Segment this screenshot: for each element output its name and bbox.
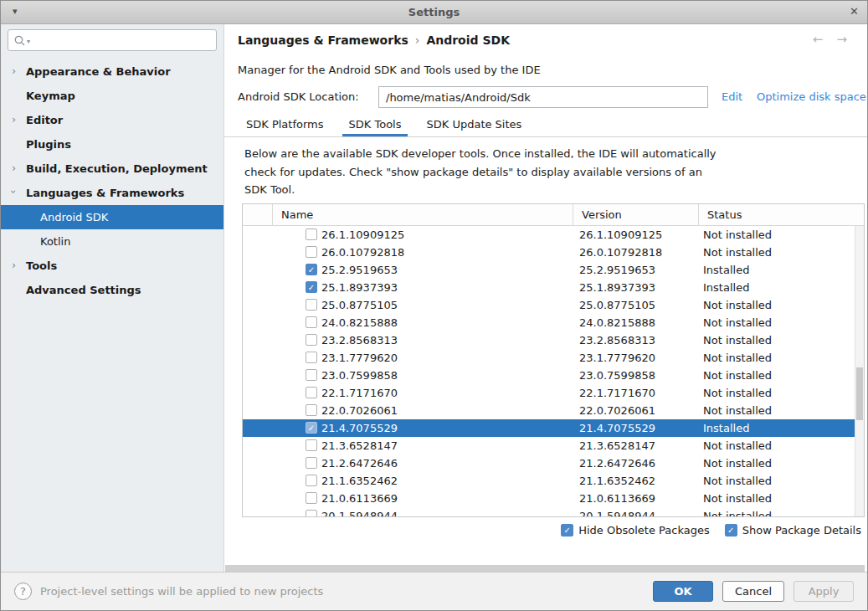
cell-status: Not installed [703,437,772,454]
packages-table: Name Version Status 26.1.1090912526.1.10… [242,203,865,517]
cell-status: Not installed [703,331,772,349]
breadcrumb-parent[interactable]: Languages & Frameworks [238,33,408,47]
table-row-22-1-7171670[interactable]: 22.1.717167022.1.7171670Not installed [243,384,855,402]
dialog-body: ▾ ›Appearance & BehaviorKeymap›EditorPlu… [1,24,867,573]
cell-status: Installed [703,419,749,437]
checkbox-checked-icon[interactable]: ✓ [725,524,737,537]
table-row-22-0-7026061[interactable]: 22.0.702606122.0.7026061Not installed [243,402,855,419]
cell-status: Not installed [703,490,772,507]
cell-name: 25.0.8775105 [321,296,398,314]
sidebar-item-editor[interactable]: ›Editor [1,108,223,132]
checkbox-unchecked-icon[interactable] [306,387,317,398]
cell-name: 20.1.5948944 [321,507,398,516]
sidebar-item-kotlin[interactable]: Kotlin [1,229,223,254]
cell-version: 21.4.7075529 [579,419,655,437]
chevron-right-icon[interactable]: › [12,259,16,270]
table-row-21-4-7075529[interactable]: ✓21.4.707552921.4.7075529Installed [243,419,855,437]
option-label: Show Package Details [742,524,861,537]
help-icon[interactable]: ? [14,583,32,600]
breadcrumb-separator-icon: › [415,33,420,47]
checkbox-unchecked-icon[interactable] [306,510,317,516]
sidebar-item-tools[interactable]: ›Tools [1,254,223,278]
table-row-24-0-8215888[interactable]: 24.0.821588824.0.8215888Not installed [243,314,855,331]
chevron-right-icon[interactable]: › [12,65,16,76]
ok-button[interactable]: OK [653,581,713,602]
checkbox-unchecked-icon[interactable] [306,228,317,240]
table-row-25-1-8937393[interactable]: ✓25.1.893739325.1.8937393Installed [243,279,855,296]
checkbox-checked-icon[interactable]: ✓ [306,281,317,293]
close-icon[interactable]: ✕ [850,5,859,18]
table-row-25-0-8775105[interactable]: 25.0.877510525.0.8775105Not installed [243,296,855,314]
checkbox-checked-icon[interactable]: ✓ [306,264,317,275]
sidebar-item-keymap[interactable]: Keymap [1,84,223,108]
search-icon [14,35,25,46]
sidebar-item-languages-frameworks[interactable]: ›Languages & Frameworks [1,181,223,205]
option-show-package-details[interactable]: ✓Show Package Details [725,524,861,537]
sidebar-item-appearance-behavior[interactable]: ›Appearance & Behavior [1,59,223,84]
sidebar: ▾ ›Appearance & BehaviorKeymap›EditorPlu… [1,24,224,573]
chevron-right-icon[interactable]: › [12,114,16,125]
option-hide-obsolete-packages[interactable]: ✓Hide Obsolete Packages [561,524,709,537]
window-menu-icon[interactable]: ▾ [13,6,18,17]
checkbox-checked-icon[interactable]: ✓ [306,422,317,434]
table-row-23-2-8568313[interactable]: 23.2.856831323.2.8568313Not installed [243,331,855,349]
checkbox-unchecked-icon[interactable] [306,369,317,381]
cell-name: 23.1.7779620 [321,349,398,367]
cell-version: 23.2.8568313 [579,331,655,349]
checkbox-checked-icon[interactable]: ✓ [561,524,573,537]
optimize-disk-space-link[interactable]: Optimize disk space [757,90,866,103]
checkbox-unchecked-icon[interactable] [306,299,317,311]
checkbox-unchecked-icon[interactable] [306,457,317,469]
vertical-scrollbar[interactable] [855,226,864,516]
status-column-header: Status [698,204,855,226]
edit-link[interactable]: Edit [722,90,742,103]
checkbox-unchecked-icon[interactable] [306,475,317,486]
cell-status: Not installed [703,507,772,516]
checkbox-unchecked-icon[interactable] [306,316,317,328]
checkbox-unchecked-icon[interactable] [306,404,317,416]
tab-sdk-platforms[interactable]: SDK Platforms [244,115,326,136]
table-row-23-1-7779620[interactable]: 23.1.777962023.1.7779620Not installed [243,349,855,367]
sidebar-item-build-execution-deployment[interactable]: ›Build, Execution, Deployment [1,157,223,181]
cell-version: 25.1.8937393 [579,279,655,296]
table-row-20-1-5948944[interactable]: 20.1.594894420.1.5948944Not installed [243,507,855,516]
checkbox-unchecked-icon[interactable] [306,334,317,346]
tab-sdk-tools[interactable]: SDK Tools [347,115,403,136]
history-arrows: ← → [813,32,847,47]
table-row-26-0-10792818[interactable]: 26.0.1079281826.0.10792818Not installed [243,244,855,261]
table-row-25-2-9519653[interactable]: ✓25.2.951965325.2.9519653Installed [243,261,855,279]
table-row-21-1-6352462[interactable]: 21.1.635246221.1.6352462Not installed [243,472,855,490]
settings-search-box[interactable]: ▾ [8,29,217,51]
description-line: Below are the available SDK developer to… [244,145,716,163]
cell-version: 25.0.8775105 [579,296,655,314]
cancel-button[interactable]: Cancel [722,581,784,602]
table-row-21-2-6472646[interactable]: 21.2.647264621.2.6472646Not installed [243,454,855,472]
checkbox-unchecked-icon[interactable] [306,439,317,451]
chevron-down-icon[interactable]: › [8,189,19,193]
table-row-26-1-10909125[interactable]: 26.1.1090912526.1.10909125Not installed [243,226,855,244]
sdk-tabs: SDK PlatformsSDK ToolsSDK Update Sites [224,115,867,137]
back-icon[interactable]: ← [813,32,824,47]
sidebar-item-advanced-settings[interactable]: Advanced Settings [1,278,223,302]
checkbox-unchecked-icon[interactable] [306,246,317,258]
chevron-right-icon[interactable]: › [12,162,16,173]
tab-sdk-update-sites[interactable]: SDK Update Sites [424,115,523,136]
table-row-21-0-6113669[interactable]: 21.0.611366921.0.6113669Not installed [243,490,855,507]
version-column-header: Version [573,204,698,226]
search-input[interactable] [32,32,216,49]
table-row-21-3-6528147[interactable]: 21.3.652814721.3.6528147Not installed [243,437,855,454]
page-subtitle: Manager for the Android SDK and Tools us… [238,64,541,76]
table-row-23-0-7599858[interactable]: 23.0.759985823.0.7599858Not installed [243,367,855,384]
checkbox-unchecked-icon[interactable] [306,352,317,363]
cell-name: 21.4.7075529 [321,419,398,437]
cell-name: 21.1.6352462 [321,472,398,490]
vertical-scrollbar-thumb[interactable] [856,367,863,420]
forward-icon[interactable]: → [836,32,847,47]
sidebar-item-android-sdk[interactable]: Android SDK [1,205,223,229]
search-options-caret-icon[interactable]: ▾ [27,38,30,45]
checkbox-unchecked-icon[interactable] [306,492,317,504]
apply-button[interactable]: Apply [794,581,854,602]
sdk-location-input[interactable] [378,86,708,108]
cell-version: 21.0.6113669 [579,490,655,507]
sidebar-item-plugins[interactable]: Plugins [1,132,223,157]
